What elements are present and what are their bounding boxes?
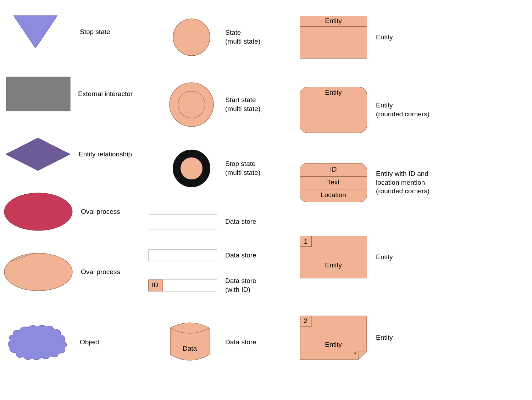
svg-point-4	[4, 253, 72, 291]
stop-state-ring-icon	[172, 149, 211, 188]
item-data-store-lines: Data store	[147, 213, 256, 230]
state-circle-icon	[172, 18, 211, 57]
svg-point-6	[173, 19, 210, 56]
item-entity-plain: Entity Entity	[300, 16, 393, 59]
data-store-open-label: Data store	[225, 251, 256, 260]
entity-rect-icon: Entity	[300, 16, 367, 59]
svg-point-10	[181, 157, 203, 179]
svg-marker-0	[13, 16, 57, 48]
object-cloud-icon	[5, 323, 69, 362]
entity-num2-star: *	[354, 350, 356, 359]
stop-state-icon	[11, 14, 60, 50]
object-label: Object	[80, 338, 99, 347]
start-state-icon	[168, 82, 215, 128]
item-oval-process-crimson: Oval process	[3, 191, 120, 232]
entity-id-loc-label: Entity with ID and location mention (rou…	[376, 170, 430, 196]
entity-num2-label: Entity	[376, 333, 393, 342]
entity-rect-header: Entity	[300, 17, 367, 25]
item-data-store-open: Data store	[147, 248, 256, 262]
start-state-multi-label: Start state (multi state)	[225, 96, 260, 113]
data-store-id-icon: ID	[147, 278, 218, 293]
item-entity-rounded: Entity Entity (rounded corners)	[300, 87, 430, 133]
entity-location-row: Location	[300, 191, 367, 199]
entity-num1-body: Entity	[300, 261, 367, 269]
entity-num1-label: Entity	[376, 253, 393, 262]
item-data-store-id: ID Data store (with ID)	[147, 277, 256, 294]
oval-process-peach-label: Oval process	[81, 268, 120, 277]
data-store-id-badge: ID	[152, 282, 158, 289]
entity-rounded-label: Entity (rounded corners)	[376, 101, 430, 118]
oval-process-peach-icon	[3, 252, 74, 293]
entity-num2-badge: 2	[300, 317, 311, 325]
item-stop-state-multi: Stop state (multi state)	[172, 149, 260, 188]
item-entity-numbered-2: 2 Entity * Entity	[300, 316, 393, 360]
entity-num1-icon: 1 Entity	[300, 236, 367, 278]
data-store-cylinder-icon: Data	[167, 319, 213, 365]
data-store-id-label: Data store (with ID)	[225, 277, 256, 294]
data-store-lines-label: Data store	[225, 217, 256, 226]
svg-point-3	[4, 193, 72, 230]
entity-rounded-header: Entity	[300, 89, 367, 96]
oval-process-crimson-icon	[3, 191, 74, 232]
oval-process-crimson-label: Oval process	[81, 207, 120, 216]
data-store-cylinder-label: Data store	[225, 338, 256, 347]
item-data-store-cylinder: Data Data store	[167, 319, 256, 365]
svg-point-7	[170, 83, 214, 127]
entity-rect-label: Entity	[376, 33, 393, 42]
item-oval-process-peach: Oval process	[3, 252, 120, 293]
item-object: Object	[5, 323, 99, 362]
entity-id-row: ID	[300, 166, 367, 173]
item-entity-relationship: Entity relationship	[4, 137, 132, 172]
svg-marker-2	[6, 138, 70, 171]
data-store-open-icon	[147, 248, 218, 262]
entity-relationship-label: Entity relationship	[79, 150, 132, 159]
item-stop-state: Stop state	[11, 14, 110, 50]
svg-rect-1	[6, 77, 70, 111]
external-interactor-label: External interactor	[78, 90, 133, 99]
item-start-state-multi: Start state (multi state)	[168, 82, 260, 128]
item-state-multi: State (multi state)	[172, 18, 260, 57]
entity-relationship-icon	[4, 137, 72, 172]
entity-rounded-icon: Entity	[300, 87, 367, 133]
item-entity-id-loc: ID Text Location Entity with ID and loca…	[300, 163, 430, 202]
data-store-lines-icon	[147, 213, 218, 230]
entity-num2-icon: 2 Entity *	[300, 316, 367, 360]
stop-state-multi-label: Stop state (multi state)	[225, 160, 260, 177]
stop-state-label: Stop state	[80, 28, 110, 37]
entity-id-loc-icon: ID Text Location	[300, 163, 367, 202]
entity-text-row: Text	[300, 178, 367, 186]
external-interactor-icon	[5, 76, 71, 112]
diagram-legend: Stop state External interactor Entity re…	[0, 0, 532, 400]
state-multi-label: State (multi state)	[225, 28, 260, 46]
entity-num2-body: Entity	[300, 341, 367, 349]
cylinder-text: Data	[167, 345, 213, 352]
item-entity-numbered-1: 1 Entity Entity	[300, 236, 393, 278]
entity-num1-badge: 1	[300, 236, 312, 247]
item-external-interactor: External interactor	[5, 76, 133, 112]
